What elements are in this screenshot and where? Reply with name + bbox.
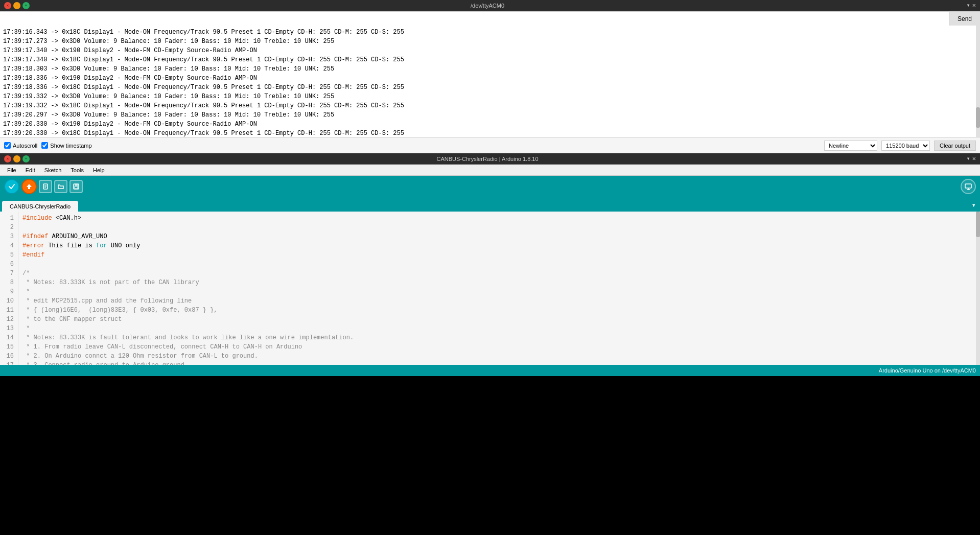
ide-toolbar-left bbox=[4, 179, 83, 194]
serial-monitor-open-button[interactable] bbox=[961, 179, 976, 194]
serial-output-line: 17:39:20.297 -> 0x3D0 Volume: 9 Balance:… bbox=[3, 110, 977, 120]
serial-output: 17:39:16.343 -> 0x18C Display1 - Mode-ON… bbox=[0, 26, 980, 137]
code-line: /* bbox=[22, 269, 976, 278]
ide-status-bar: Arduino/Genuino Uno on /dev/ttyACM0 bbox=[0, 365, 980, 376]
serial-output-line: 17:39:16.343 -> 0x18C Display1 - Mode-ON… bbox=[3, 28, 977, 37]
line-number: 15 bbox=[4, 342, 14, 352]
serial-input-row: Send bbox=[0, 11, 980, 26]
timestamp-checkbox[interactable] bbox=[41, 142, 48, 149]
line-number: 2 bbox=[4, 223, 14, 232]
serial-output-line: 17:39:18.336 -> 0x18C Display1 - Mode-ON… bbox=[3, 83, 977, 92]
serial-output-line: 17:39:17.273 -> 0x3D0 Volume: 9 Balance:… bbox=[3, 37, 977, 46]
black-bottom-area bbox=[0, 376, 980, 432]
line-number: 9 bbox=[4, 287, 14, 296]
timestamp-label: Show timestamp bbox=[50, 143, 91, 149]
serial-max-btn[interactable]: + bbox=[22, 2, 30, 9]
code-line: * { (long)16E6, (long)83E3, { 0x03, 0xfe… bbox=[22, 306, 976, 315]
serial-toolbar: Autoscroll Show timestamp No line ending… bbox=[0, 137, 980, 153]
ide-close-btn[interactable]: ✕ bbox=[4, 155, 11, 162]
arduino-ide-window: ✕ – + CANBUS-ChryslerRadio | Arduino 1.8… bbox=[0, 153, 980, 376]
menu-file[interactable]: File bbox=[3, 166, 20, 174]
save-button[interactable] bbox=[69, 180, 83, 193]
upload-button[interactable] bbox=[21, 179, 37, 194]
menu-sketch[interactable]: Sketch bbox=[40, 166, 66, 174]
ide-window-controls: ✕ – + bbox=[4, 155, 30, 162]
serial-min-btn[interactable]: – bbox=[13, 2, 20, 9]
menu-help[interactable]: Help bbox=[89, 166, 109, 174]
editor-scrollbar[interactable] bbox=[976, 212, 980, 365]
line-number: 6 bbox=[4, 260, 14, 269]
serial-output-line: 17:39:17.340 -> 0x18C Display1 - Mode-ON… bbox=[3, 55, 977, 64]
svg-rect-8 bbox=[965, 184, 971, 188]
svg-rect-6 bbox=[75, 184, 78, 186]
serial-output-line: 17:39:19.332 -> 0x18C Display1 - Mode-ON… bbox=[3, 101, 977, 110]
code-line: #ifndef ARDUINO_AVR_UNO bbox=[22, 232, 976, 241]
ide-title-bar: ✕ – + CANBUS-ChryslerRadio | Arduino 1.8… bbox=[0, 153, 980, 165]
ide-title: CANBUS-ChryslerRadio | Arduino 1.8.10 bbox=[30, 156, 945, 162]
serial-title: /dev/ttyACM0 bbox=[30, 3, 945, 9]
serial-output-line: 17:39:19.332 -> 0x3D0 Volume: 9 Balance:… bbox=[3, 92, 977, 101]
line-number: 13 bbox=[4, 324, 14, 333]
code-line bbox=[22, 260, 976, 269]
line-number: 10 bbox=[4, 296, 14, 306]
serial-output-line: 17:39:18.303 -> 0x3D0 Volume: 9 Balance:… bbox=[3, 64, 977, 74]
ide-max-btn[interactable]: + bbox=[22, 155, 30, 162]
code-line: #include <CAN.h> bbox=[22, 214, 976, 223]
line-number: 11 bbox=[4, 306, 14, 315]
tab-dropdown-icon[interactable]: ▾ bbox=[970, 199, 978, 212]
code-content[interactable]: #include <CAN.h>#ifndef ARDUINO_AVR_UNO#… bbox=[18, 212, 980, 365]
baud-rate-select[interactable]: 300 baud1200 baud2400 baud4800 baud9600 … bbox=[881, 141, 930, 151]
serial-output-container: 17:39:16.343 -> 0x18C Display1 - Mode-ON… bbox=[0, 26, 980, 137]
serial-collapse-icon[interactable]: ▾ bbox=[967, 2, 970, 9]
serial-scrollbar[interactable] bbox=[976, 26, 980, 137]
open-button[interactable] bbox=[54, 180, 67, 193]
line-number: 12 bbox=[4, 315, 14, 324]
serial-input[interactable] bbox=[0, 12, 949, 26]
serial-output-line: 17:39:17.340 -> 0x190 Display2 - Mode-FM… bbox=[3, 46, 977, 55]
tab-main[interactable]: CANBUS-ChryslerRadio bbox=[2, 201, 78, 212]
timestamp-group: Show timestamp bbox=[41, 142, 91, 149]
status-text: Arduino/Genuino Uno on /dev/ttyACM0 bbox=[879, 367, 976, 374]
autoscroll-group: Autoscroll bbox=[4, 142, 37, 149]
tab-row: CANBUS-ChryslerRadio ▾ bbox=[0, 197, 980, 212]
ide-collapse-icon[interactable]: ▾ bbox=[967, 155, 970, 162]
ide-min-btn[interactable]: – bbox=[13, 155, 20, 162]
clear-output-button[interactable]: Clear output bbox=[934, 141, 976, 151]
code-line: * bbox=[22, 324, 976, 333]
code-line: * 2. On Arduino connct a 120 Ohm resisto… bbox=[22, 352, 976, 361]
verify-button[interactable] bbox=[4, 179, 19, 194]
send-button[interactable]: Send bbox=[949, 12, 980, 26]
serial-window-controls: ✕ – + bbox=[4, 2, 30, 9]
menu-edit[interactable]: Edit bbox=[21, 166, 39, 174]
menu-bar: File Edit Sketch Tools Help bbox=[0, 165, 980, 176]
serial-scrollbar-thumb[interactable] bbox=[976, 107, 980, 128]
ide-close-x-icon[interactable]: ✕ bbox=[972, 155, 976, 162]
code-line: * Notes: 83.333K is not part of the CAN … bbox=[22, 278, 976, 287]
editor-scrollbar-thumb[interactable] bbox=[976, 212, 980, 237]
autoscroll-label: Autoscroll bbox=[13, 143, 37, 149]
code-line: * to the CNF mapper struct bbox=[22, 315, 976, 324]
line-number: 1 bbox=[4, 214, 14, 223]
new-button[interactable] bbox=[39, 180, 52, 193]
code-line: * bbox=[22, 287, 976, 296]
serial-output-line: 17:39:20.330 -> 0x18C Display1 - Mode-ON… bbox=[3, 129, 977, 137]
serial-output-line: 17:39:20.330 -> 0x190 Display2 - Mode-FM… bbox=[3, 120, 977, 129]
ide-toolbar bbox=[0, 176, 980, 197]
menu-tools[interactable]: Tools bbox=[66, 166, 88, 174]
serial-close-x-icon[interactable]: ✕ bbox=[972, 2, 976, 9]
line-number: 5 bbox=[4, 250, 14, 260]
editor-area: 12345678910111213141516171819202122 #inc… bbox=[0, 212, 980, 365]
newline-select[interactable]: No line endingNewlineCarriage returnBoth… bbox=[824, 141, 877, 151]
serial-close-btn[interactable]: ✕ bbox=[4, 2, 11, 9]
code-line: * edit MCP2515.cpp and add the following… bbox=[22, 296, 976, 306]
autoscroll-checkbox[interactable] bbox=[4, 142, 11, 149]
code-line bbox=[22, 223, 976, 232]
code-line: #error This file is for UNO only bbox=[22, 241, 976, 250]
serial-title-bar: ✕ – + /dev/ttyACM0 ▾ ✕ bbox=[0, 0, 980, 11]
line-number: 16 bbox=[4, 352, 14, 361]
code-line: * Notes: 83.333K is fault tolerant and l… bbox=[22, 333, 976, 342]
svg-rect-7 bbox=[75, 187, 78, 189]
line-number: 8 bbox=[4, 278, 14, 287]
line-number: 17 bbox=[4, 361, 14, 365]
serial-monitor-window: ✕ – + /dev/ttyACM0 ▾ ✕ Send 17:39:16.343… bbox=[0, 0, 980, 153]
